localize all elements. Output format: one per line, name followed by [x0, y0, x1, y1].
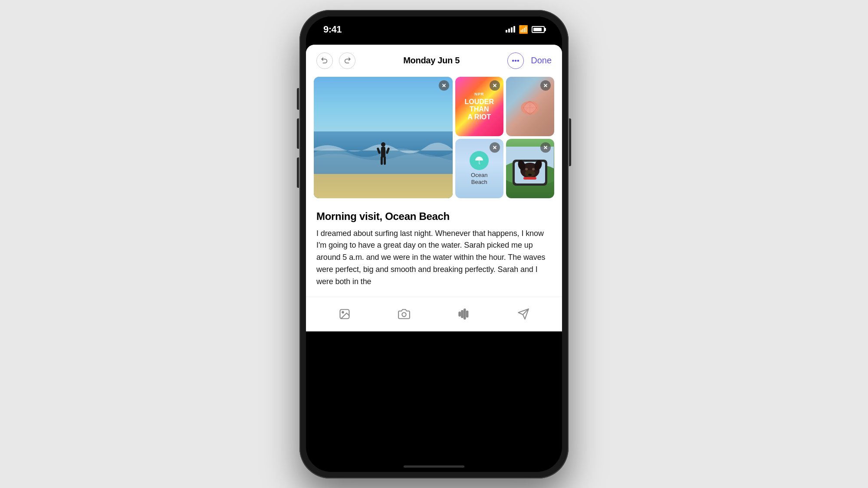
shell-svg — [515, 91, 545, 121]
nav-title: Monday Jun 5 — [403, 56, 460, 66]
home-indicator — [404, 465, 464, 468]
media-col-left — [314, 77, 453, 198]
svg-rect-6 — [384, 156, 386, 165]
entry-body[interactable]: I dreamed about surfing last night. When… — [316, 228, 552, 288]
podcast-title-label: LOUDERTHANA RIOT — [464, 98, 494, 121]
dog-photo-item[interactable] — [506, 139, 554, 198]
svg-point-22 — [528, 174, 532, 176]
close-podcast-button[interactable] — [490, 80, 500, 91]
beach-photo-item[interactable] — [314, 77, 453, 198]
media-row-top: NPR LOUDERTHANA RIOT — [455, 77, 554, 136]
media-toolbar-icon — [339, 308, 351, 320]
media-row-bottom: OceanBeach — [455, 139, 554, 198]
svg-rect-29 — [459, 312, 460, 316]
svg-rect-31 — [464, 309, 466, 319]
undo-button[interactable] — [316, 52, 333, 69]
audio-toolbar-icon — [458, 308, 470, 320]
status-bar: 9:41 📶 — [306, 16, 562, 43]
nav-left-buttons — [316, 52, 355, 69]
entry-title: Morning visit, Ocean Beach — [316, 210, 552, 223]
svg-rect-30 — [461, 311, 463, 318]
bottom-toolbar — [306, 297, 562, 331]
svg-point-19 — [525, 170, 535, 177]
wifi-icon: 📶 — [519, 25, 528, 34]
app-content: Monday Jun 5 Done — [306, 45, 562, 331]
audio-toolbar-button[interactable] — [454, 304, 474, 324]
volume-up-button[interactable] — [297, 118, 299, 149]
entry-text-area[interactable]: Morning visit, Ocean Beach I dreamed abo… — [306, 203, 562, 297]
close-map-button[interactable] — [490, 142, 500, 153]
svg-rect-5 — [381, 156, 383, 165]
svg-point-21 — [532, 168, 535, 170]
power-button[interactable] — [569, 118, 571, 166]
svg-point-1 — [515, 60, 516, 61]
svg-rect-11 — [479, 160, 480, 164]
phone-frame: 9:41 📶 — [299, 10, 569, 478]
nav-right-buttons: Done — [507, 52, 552, 69]
svg-rect-4 — [381, 147, 385, 157]
svg-point-2 — [518, 60, 519, 61]
media-col-right: NPR LOUDERTHANA RIOT — [455, 77, 554, 198]
camera-toolbar-icon — [398, 308, 410, 320]
more-options-button[interactable] — [507, 52, 524, 69]
close-beach-photo-button[interactable] — [439, 80, 449, 91]
location-toolbar-icon — [517, 308, 529, 320]
status-time: 9:41 — [323, 24, 342, 35]
camera-toolbar-button[interactable] — [394, 304, 414, 324]
phone-screen: 9:41 📶 — [306, 16, 562, 472]
podcast-item[interactable]: NPR LOUDERTHANA RIOT — [455, 77, 503, 136]
svg-point-27 — [342, 312, 344, 314]
dog-scene-svg — [506, 147, 554, 190]
media-grid: NPR LOUDERTHANA RIOT — [306, 73, 562, 203]
svg-point-3 — [381, 142, 385, 147]
location-toolbar-button[interactable] — [513, 304, 534, 324]
battery-icon — [532, 26, 545, 33]
volume-down-button[interactable] — [297, 157, 299, 188]
svg-point-20 — [525, 168, 528, 170]
svg-rect-25 — [523, 177, 536, 180]
done-button[interactable]: Done — [531, 56, 552, 66]
svg-point-28 — [402, 313, 406, 317]
signal-bars-icon — [506, 26, 515, 33]
svg-rect-7 — [377, 147, 381, 154]
close-dog-photo-button[interactable] — [540, 142, 551, 153]
close-shell-button[interactable] — [540, 80, 551, 91]
podcast-brand-label: NPR — [474, 92, 484, 96]
map-location-item[interactable]: OceanBeach — [455, 139, 503, 198]
surfer-scene — [314, 77, 453, 198]
nav-bar: Monday Jun 5 Done — [306, 45, 562, 73]
svg-rect-8 — [385, 147, 389, 154]
status-icons: 📶 — [506, 25, 545, 34]
dynamic-island — [406, 22, 462, 36]
map-pin-icon — [470, 151, 489, 170]
svg-rect-32 — [467, 311, 468, 317]
media-toolbar-button[interactable] — [334, 304, 355, 324]
redo-button[interactable] — [339, 52, 355, 69]
surfer-figure — [377, 141, 390, 171]
umbrella-icon — [474, 155, 484, 166]
location-name-label: OceanBeach — [471, 172, 487, 185]
svg-point-0 — [513, 60, 514, 61]
shell-photo-item[interactable] — [506, 77, 554, 136]
